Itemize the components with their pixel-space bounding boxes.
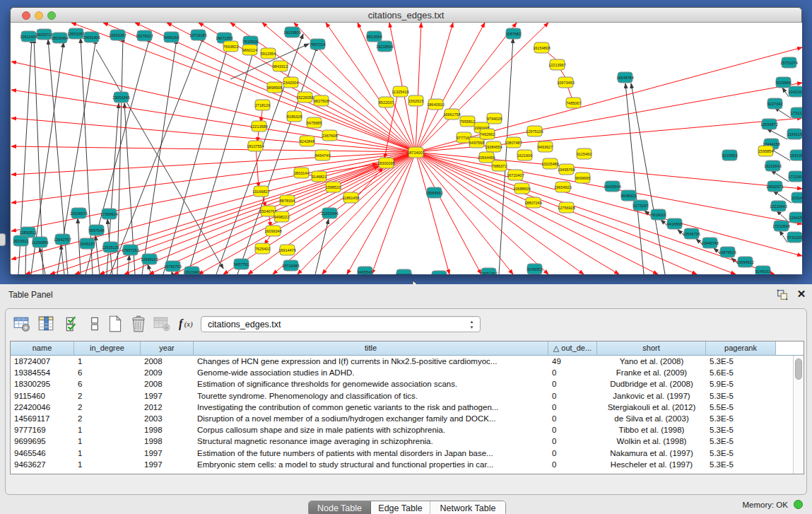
graph-node[interactable]: 9245032 — [755, 266, 770, 274]
graph-node[interactable]: 17210648 — [772, 221, 789, 231]
graph-node[interactable]: 11325419 — [392, 86, 408, 97]
rows-stack-button[interactable] — [86, 315, 104, 333]
graph-node[interactable]: 9457791 — [234, 259, 249, 269]
graph-node[interactable]: 16154808 — [533, 42, 550, 53]
table-row[interactable]: 977716911998Corpus callosum shape and si… — [11, 424, 776, 436]
graph-node[interactable]: 8878334 — [280, 195, 295, 206]
graph-node[interactable]: 9463627 — [538, 141, 553, 152]
graph-node[interactable]: 6173197 — [633, 200, 648, 211]
citation-network-graph[interactable]: 2061140424055714185054941055328720691406… — [11, 23, 802, 274]
window-titlebar[interactable]: citations_edges.txt — [11, 8, 801, 23]
graph-node[interactable]: 9860124 — [242, 45, 257, 55]
graph-node[interactable]: 5475685 — [307, 117, 322, 128]
graph-node[interactable]: 11861458 — [342, 192, 359, 203]
graph-node[interactable]: 1588520 — [326, 182, 341, 192]
table-row[interactable]: 946362711997Embryonic stem cells: a mode… — [11, 459, 776, 470]
graph-node[interactable]: 10688609 — [513, 183, 530, 194]
graph-node[interactable]: 7485067 — [566, 98, 581, 108]
graph-node[interactable]: 7986372 — [492, 160, 507, 171]
table-row[interactable]: 1456911722003Disruption of a novel membe… — [11, 413, 776, 424]
graph-node[interactable]: 8454749 — [315, 150, 330, 160]
graph-node[interactable]: 1031462 — [792, 192, 802, 203]
graph-node[interactable]: 15276027 — [136, 30, 153, 41]
graph-node[interactable]: 8813054 — [367, 31, 382, 42]
graph-node[interactable]: 9416568 — [667, 218, 682, 229]
graph-node[interactable]: 16033809 — [283, 27, 300, 37]
graph-node[interactable]: 12093872 — [760, 119, 777, 129]
graph-node[interactable]: 9242848 — [300, 136, 314, 146]
graph-node[interactable]: 16874526 — [719, 247, 736, 257]
table-row[interactable]: 1938455462009Genome-wide association stu… — [11, 367, 776, 378]
graph-node[interactable]: 15584562 — [425, 187, 442, 198]
graph-node[interactable]: 17359924 — [100, 209, 117, 219]
graph-node[interactable]: 1164215 — [787, 129, 802, 139]
graph-node[interactable]: 10973493 — [557, 77, 574, 88]
graph-node[interactable]: 1264158 — [789, 212, 802, 223]
graph-node[interactable]: 10994522 — [736, 257, 753, 267]
graph-node[interactable]: 9898908 — [267, 82, 282, 93]
graph-node[interactable]: 16648784 — [616, 72, 633, 83]
graph-node[interactable]: 10653287 — [109, 30, 126, 40]
close-panel-icon[interactable]: ✕ — [796, 288, 807, 300]
float-panel-icon[interactable] — [776, 288, 789, 301]
graph-node[interactable]: 19218506 — [376, 41, 393, 52]
graph-node[interactable]: 20691406 — [83, 32, 100, 42]
graph-node[interactable]: 9699695 — [575, 173, 590, 183]
table-settings-button[interactable] — [13, 315, 31, 333]
graph-node[interactable]: 12051362 — [480, 268, 497, 274]
graph-node[interactable]: 16914479 — [278, 245, 295, 255]
graph-node[interactable]: 20206576 — [70, 208, 87, 218]
graph-node[interactable]: 19166827 — [252, 186, 269, 197]
graph-node[interactable]: 24055714 — [35, 29, 52, 40]
graph-node[interactable]: 19384554 — [485, 141, 502, 152]
graph-node[interactable]: 12756928 — [558, 202, 575, 213]
graph-node[interactable]: 9245052 — [527, 264, 542, 274]
graph-node[interactable]: 18505494 — [51, 33, 68, 43]
column-header-title[interactable]: title — [194, 341, 548, 356]
graph-node[interactable]: 20611404 — [20, 31, 37, 42]
graph-node[interactable]: 9115460 — [577, 148, 592, 159]
vertical-scrollbar[interactable] — [793, 356, 804, 474]
graph-node[interactable]: 9465546 — [358, 267, 372, 274]
graph-node[interactable]: 1595854 — [758, 146, 773, 156]
function-builder-button[interactable]: f(x) — [178, 315, 196, 333]
graph-node[interactable]: 16099348 — [264, 226, 281, 236]
table-selector-dropdown[interactable]: citations_edges.txt ▲▼ — [201, 316, 481, 332]
graph-node[interactable]: 9843312 — [273, 61, 288, 71]
graph-node[interactable]: 16720407 — [507, 170, 524, 180]
graph-node[interactable]: 11156859 — [32, 237, 49, 247]
graph-node[interactable]: 9466160 — [164, 32, 179, 42]
graph-node[interactable]: 9215953 — [722, 150, 737, 160]
graph-node[interactable]: 9794028 — [487, 113, 502, 124]
graph-node[interactable]: 19654923 — [554, 182, 571, 192]
graph-node[interactable]: 8186328 — [287, 111, 302, 122]
column-header-short[interactable]: short — [597, 341, 706, 356]
graph-node[interactable]: 9498222 — [274, 211, 289, 222]
graph-node[interactable]: 15751074 — [780, 57, 797, 68]
graph-node[interactable]: 7919010 — [651, 209, 666, 220]
graph-node[interactable]: 10807487 — [505, 137, 522, 148]
graph-node[interactable]: 18107554 — [247, 141, 264, 151]
column-header-out_de...[interactable]: △ out_de... — [548, 341, 597, 356]
column-header-name[interactable]: name — [11, 341, 74, 356]
graph-node[interactable]: 10946748 — [701, 238, 718, 248]
graph-node[interactable]: 1545197 — [80, 238, 95, 249]
scrollbar-thumb[interactable] — [795, 358, 802, 380]
graph-node[interactable]: 9731205 — [787, 232, 802, 243]
table-row[interactable]: 1830029562008Estimation of significance … — [11, 378, 776, 390]
table-row[interactable]: 969969511998Structural magnetic resonanc… — [11, 436, 776, 447]
graph-node[interactable]: 9827508 — [314, 95, 329, 106]
graph-node[interactable]: 18654923 — [430, 271, 447, 274]
graph-node[interactable]: 10719185 — [189, 30, 206, 40]
graph-node[interactable]: 12213967 — [548, 59, 565, 70]
graph-node[interactable]: 18807249 — [524, 197, 541, 208]
graph-node[interactable]: 2087682 — [506, 28, 521, 39]
graph-node[interactable]: 21053346 — [321, 208, 338, 218]
graph-node[interactable]: 2342004 — [283, 77, 298, 88]
table-row[interactable]: 2242004622012Investigating the contribut… — [11, 402, 776, 413]
graph-node[interactable]: 12213588 — [250, 121, 267, 132]
graph-node[interactable]: 17957253 — [122, 245, 139, 255]
graph-node[interactable]: 2718126 — [255, 100, 270, 110]
graph-node[interactable]: 12210643 — [770, 201, 787, 211]
column-header-in_degree[interactable]: in_degree — [74, 341, 141, 356]
